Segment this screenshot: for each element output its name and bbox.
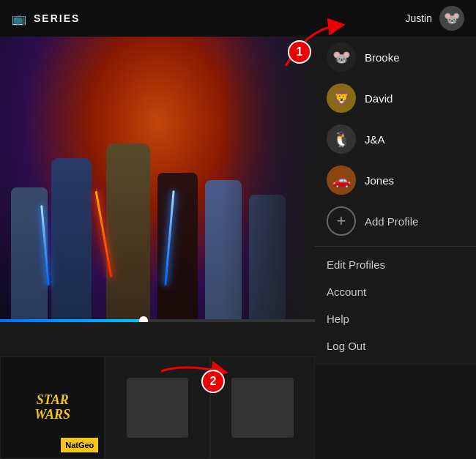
- menu-divider: [315, 246, 476, 247]
- logo: 📺 SERIES: [12, 12, 80, 26]
- annotation-1: 1: [288, 40, 311, 64]
- hero-image: [0, 37, 315, 322]
- star-wars-card[interactable]: STARWARS NatGeo: [0, 357, 105, 459]
- header: 📺 SERIES Justin 🐭: [0, 0, 476, 37]
- profile-name-jana: J&A: [365, 133, 385, 146]
- bottom-strip: STARWARS NatGeo: [0, 357, 315, 459]
- profile-name-david: David: [365, 92, 393, 105]
- profile-dropdown: 🐭 Brooke 🦁 David 🐧 J&A 🚗 Jones + Add Pro…: [315, 37, 476, 365]
- annotation-2: 2: [201, 370, 225, 393]
- profile-item-brooke[interactable]: 🐭 Brooke: [315, 37, 476, 78]
- profile-item-jones[interactable]: 🚗 Jones: [315, 160, 476, 201]
- add-profile-label: Add Profile: [365, 215, 418, 228]
- account-item[interactable]: Account: [315, 278, 476, 305]
- log-out-item[interactable]: Log Out: [315, 332, 476, 359]
- profile-name-jones: Jones: [365, 174, 394, 187]
- header-avatar[interactable]: 🐭: [439, 6, 464, 31]
- header-username: Justin: [405, 12, 432, 24]
- natgeo-badge: NatGeo: [61, 438, 98, 452]
- progress-fill: [0, 319, 142, 322]
- avatar-david: 🦁: [327, 83, 356, 113]
- card-2[interactable]: [105, 357, 209, 459]
- avatar-jana: 🐧: [327, 124, 356, 154]
- series-label: SERIES: [34, 12, 80, 24]
- edit-profiles-item[interactable]: Edit Profiles: [315, 251, 476, 278]
- add-profile-item[interactable]: + Add Profile: [315, 201, 476, 242]
- star-wars-logo: STARWARS: [34, 393, 70, 422]
- tv-icon: 📺: [12, 12, 28, 26]
- card-3[interactable]: [210, 357, 315, 459]
- profile-item-david[interactable]: 🦁 David: [315, 78, 476, 119]
- profile-name-brooke: Brooke: [365, 51, 400, 64]
- progress-dot: [139, 316, 148, 322]
- profile-item-jana[interactable]: 🐧 J&A: [315, 119, 476, 160]
- hero-overlay: [0, 37, 315, 322]
- help-item[interactable]: Help: [315, 305, 476, 332]
- add-profile-icon: +: [327, 206, 356, 236]
- progress-bar: [0, 319, 315, 322]
- header-right: Justin 🐭: [405, 6, 464, 31]
- avatar-jones: 🚗: [327, 165, 356, 195]
- avatar-brooke: 🐭: [327, 42, 356, 72]
